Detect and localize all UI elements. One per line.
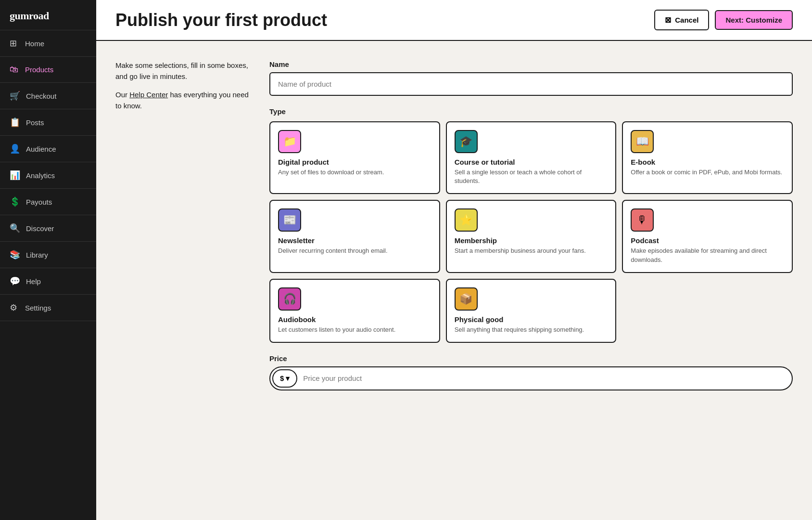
sidebar-logo: gumroad xyxy=(0,0,96,30)
currency-chevron-icon: ▾ xyxy=(286,374,290,383)
course-name: Course or tutorial xyxy=(455,158,608,166)
physical-icon: 📦 xyxy=(455,287,478,311)
name-field-group: Name xyxy=(269,60,793,107)
type-card-ebook[interactable]: 📖 E-book Offer a book or comic in PDF, e… xyxy=(622,121,793,194)
type-card-audiobook[interactable]: 🎧 Audiobook Let customers listen to your… xyxy=(269,279,440,343)
type-card-newsletter[interactable]: 📰 Newsletter Deliver recurring content t… xyxy=(269,200,440,273)
sidebar-item-analytics[interactable]: 📊Analytics xyxy=(0,162,96,189)
sidebar: gumroad ⊞Home🛍Products🛒Checkout📋Posts👤Au… xyxy=(0,0,96,520)
digital-description: Any set of files to download or stream. xyxy=(278,168,431,177)
sidebar-item-payouts[interactable]: 💲Payouts xyxy=(0,189,96,215)
type-card-podcast[interactable]: 🎙 Podcast Make episodes available for st… xyxy=(622,200,793,273)
sidebar-label-library: Library xyxy=(26,251,48,259)
podcast-name: Podcast xyxy=(631,236,784,245)
sidebar-label-audience: Audience xyxy=(26,145,56,153)
main-area: Publish your first product ⊠ Cancel Next… xyxy=(96,0,812,520)
course-icon: 🎓 xyxy=(455,130,478,153)
podcast-icon: 🎙 xyxy=(631,208,654,232)
sidebar-item-audience[interactable]: 👤Audience xyxy=(0,136,96,162)
name-input[interactable] xyxy=(269,72,793,96)
digital-name: Digital product xyxy=(278,158,431,166)
sidebar-item-products[interactable]: 🛍Products xyxy=(0,57,96,83)
newsletter-name: Newsletter xyxy=(278,236,431,245)
sidebar-label-home: Home xyxy=(25,39,44,48)
audiobook-description: Let customers listen to your audio conte… xyxy=(278,325,431,334)
sidebar-label-help: Help xyxy=(26,277,41,286)
audiobook-icon: 🎧 xyxy=(278,287,301,311)
newsletter-icon: 📰 xyxy=(278,208,301,232)
membership-icon: ⭐ xyxy=(455,208,478,232)
logo-text: gumroad xyxy=(10,10,49,22)
checkout-icon: 🛒 xyxy=(10,91,20,101)
help-icon: 💬 xyxy=(10,276,20,286)
posts-icon: 📋 xyxy=(10,117,20,128)
type-field-group: Type 📁 Digital product Any set of files … xyxy=(269,107,793,343)
type-grid: 📁 Digital product Any set of files to do… xyxy=(269,121,793,343)
sidebar-item-library[interactable]: 📚Library xyxy=(0,242,96,268)
help-text: Our Help Center has everything you need … xyxy=(115,90,250,111)
audiobook-name: Audiobook xyxy=(278,315,431,324)
page-header: Publish your first product ⊠ Cancel Next… xyxy=(96,0,812,41)
sidebar-label-checkout: Checkout xyxy=(26,92,56,100)
membership-name: Membership xyxy=(455,236,608,245)
cancel-button[interactable]: ⊠ Cancel xyxy=(654,10,709,30)
header-actions: ⊠ Cancel Next: Customize xyxy=(654,10,793,30)
library-icon: 📚 xyxy=(10,249,20,260)
sidebar-label-settings: Settings xyxy=(25,304,51,312)
sidebar-label-analytics: Analytics xyxy=(26,171,55,180)
sidebar-label-posts: Posts xyxy=(26,118,44,127)
newsletter-description: Deliver recurring content through email. xyxy=(278,247,431,255)
cancel-icon: ⊠ xyxy=(665,15,671,25)
membership-description: Start a membership business around your … xyxy=(455,247,608,255)
sidebar-item-help[interactable]: 💬Help xyxy=(0,268,96,295)
analytics-icon: 📊 xyxy=(10,170,20,181)
sidebar-item-settings[interactable]: ⚙Settings xyxy=(0,295,96,321)
price-input[interactable] xyxy=(303,374,784,382)
home-icon: ⊞ xyxy=(10,38,19,49)
type-card-membership[interactable]: ⭐ Membership Start a membership business… xyxy=(446,200,617,273)
podcast-description: Make episodes available for streaming an… xyxy=(631,247,784,264)
price-label: Price xyxy=(269,354,793,363)
price-field-group: Price $ ▾ xyxy=(269,354,793,390)
currency-selector[interactable]: $ ▾ xyxy=(272,369,297,388)
price-input-row: $ ▾ xyxy=(269,366,793,390)
left-panel: Make some selections, fill in some boxes… xyxy=(115,60,250,501)
payouts-icon: 💲 xyxy=(10,196,20,207)
type-card-physical[interactable]: 📦 Physical good Sell anything that requi… xyxy=(446,279,617,343)
sidebar-item-posts[interactable]: 📋Posts xyxy=(0,109,96,136)
sidebar-item-checkout[interactable]: 🛒Checkout xyxy=(0,83,96,109)
name-label: Name xyxy=(269,60,793,68)
sidebar-item-home[interactable]: ⊞Home xyxy=(0,30,96,57)
type-card-digital[interactable]: 📁 Digital product Any set of files to do… xyxy=(269,121,440,194)
intro-text: Make some selections, fill in some boxes… xyxy=(115,60,250,82)
physical-name: Physical good xyxy=(455,315,608,324)
page-title: Publish your first product xyxy=(115,10,327,30)
settings-icon: ⚙ xyxy=(10,302,19,313)
sidebar-label-payouts: Payouts xyxy=(26,198,52,206)
next-customize-button[interactable]: Next: Customize xyxy=(715,10,793,30)
product-form: Name Type 📁 Digital product Any set of f… xyxy=(269,60,793,501)
ebook-icon: 📖 xyxy=(631,130,654,153)
ebook-description: Offer a book or comic in PDF, ePub, and … xyxy=(631,168,784,177)
help-center-link[interactable]: Help Center xyxy=(129,91,168,99)
digital-icon: 📁 xyxy=(278,130,301,153)
sidebar-navigation: ⊞Home🛍Products🛒Checkout📋Posts👤Audience📊A… xyxy=(0,30,96,520)
content-area: Make some selections, fill in some boxes… xyxy=(96,41,812,520)
discover-icon: 🔍 xyxy=(10,223,20,234)
sidebar-label-discover: Discover xyxy=(26,224,54,233)
products-icon: 🛍 xyxy=(10,65,19,75)
currency-symbol: $ xyxy=(280,374,284,382)
physical-description: Sell anything that requires shipping som… xyxy=(455,325,608,334)
sidebar-label-products: Products xyxy=(25,65,53,74)
type-card-course[interactable]: 🎓 Course or tutorial Sell a single lesso… xyxy=(446,121,617,194)
type-label: Type xyxy=(269,107,793,116)
audience-icon: 👤 xyxy=(10,143,20,154)
course-description: Sell a single lesson or teach a whole co… xyxy=(455,168,608,185)
sidebar-item-discover[interactable]: 🔍Discover xyxy=(0,215,96,242)
ebook-name: E-book xyxy=(631,158,784,166)
